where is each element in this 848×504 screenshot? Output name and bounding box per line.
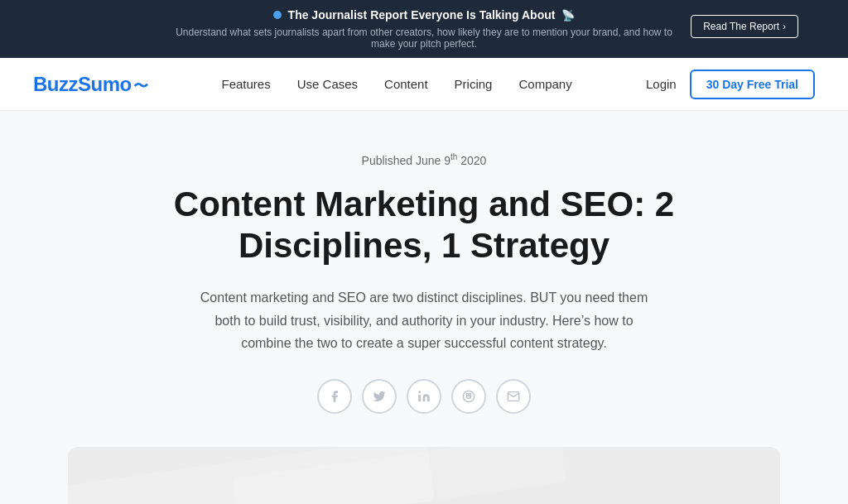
linkedin-share-icon[interactable] [407, 379, 441, 414]
article-title: Content Marketing and SEO: 2 Disciplines… [134, 184, 714, 267]
nav-actions: Login 30 Day Free Trial [646, 70, 815, 99]
decorative-bottom [68, 447, 780, 504]
twitter-share-icon[interactable] [362, 379, 397, 414]
logo[interactable]: BuzzSumo〜 [33, 73, 147, 96]
top-banner: The Journalist Report Everyone Is Talkin… [0, 0, 848, 58]
trial-button[interactable]: 30 Day Free Trial [690, 70, 815, 99]
nav-item-use-cases[interactable]: Use Cases [297, 77, 358, 92]
nav-item-content[interactable]: Content [384, 77, 428, 92]
login-button[interactable]: Login [646, 77, 677, 91]
logo-wave-icon: 〜 [133, 78, 148, 94]
article-description: Content marketing and SEO are two distin… [192, 286, 656, 354]
published-date: Published June 9th 2020 [362, 152, 487, 167]
nav-item-pricing[interactable]: Pricing [455, 77, 493, 92]
nav-links: Features Use Cases Content Pricing Compa… [222, 77, 572, 92]
read-report-button[interactable]: Read The Report [691, 15, 798, 38]
reddit-share-icon[interactable] [451, 379, 486, 414]
banner-title: The Journalist Report Everyone Is Talkin… [288, 8, 556, 22]
social-icons [317, 379, 531, 414]
logo-text: BuzzSumo [33, 73, 132, 95]
banner-dot-icon [273, 11, 282, 19]
nav-item-company[interactable]: Company [518, 77, 571, 92]
antenna-icon: 📡 [561, 9, 575, 22]
nav-item-features[interactable]: Features [222, 77, 271, 92]
svg-point-3 [470, 396, 470, 396]
svg-point-2 [466, 396, 467, 396]
banner-subtitle: Understand what sets journalists apart f… [176, 26, 672, 50]
email-share-icon[interactable] [496, 379, 531, 414]
svg-point-0 [418, 391, 421, 393]
main-content: Published June 9th 2020 Content Marketin… [0, 111, 848, 504]
facebook-share-icon[interactable] [317, 379, 352, 414]
navbar: BuzzSumo〜 Features Use Cases Content Pri… [0, 58, 848, 111]
